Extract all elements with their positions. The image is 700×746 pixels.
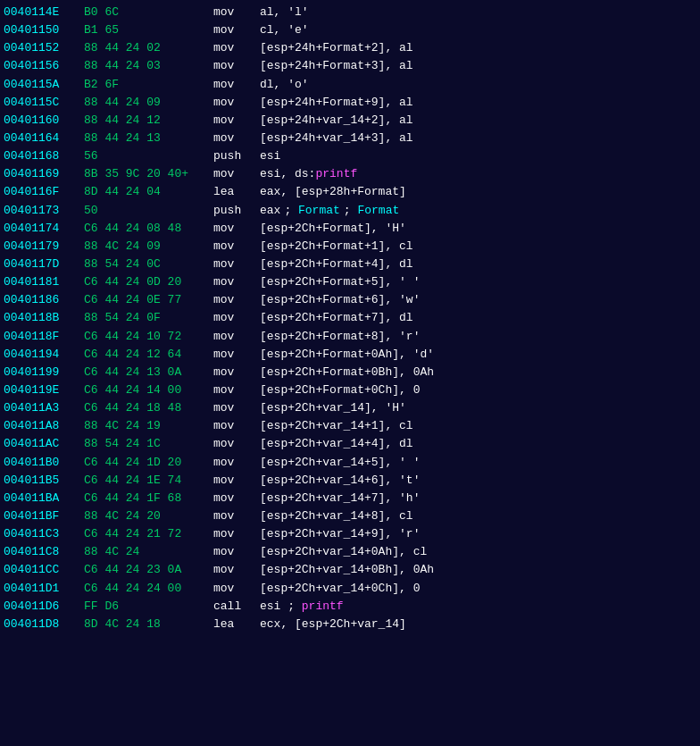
mnemonic-col: mov	[213, 39, 260, 57]
operands-col: [esp+2Ch+Format+4], dl	[260, 256, 413, 273]
table-row: 0040117350pusheax; Format ; Format	[0, 202, 700, 220]
mnemonic-col: mov	[213, 57, 260, 75]
address-col: 0040114E	[4, 4, 84, 21]
bytes-col: 88 4C 24 09	[84, 238, 213, 256]
bytes-col: 88 54 24 0F	[84, 309, 213, 327]
mnemonic-col: mov	[213, 561, 260, 579]
mnemonic-col: mov	[213, 507, 260, 525]
operands-col: [esp+2Ch+Format+0Ch], 0	[260, 381, 420, 399]
mnemonic-col: mov	[213, 112, 260, 130]
operands-col: dl, 'o'	[260, 76, 309, 94]
bytes-col: 88 44 24 02	[84, 39, 213, 57]
address-col: 004011BF	[4, 507, 84, 525]
address-col: 0040116F	[4, 183, 84, 201]
address-col: 004011A3	[4, 399, 84, 417]
table-row: 004011D1C6 44 24 24 00mov[esp+2Ch+var_14…	[0, 580, 700, 598]
bytes-col: 88 4C 24 19	[84, 417, 213, 435]
mnemonic-col: mov	[213, 417, 260, 435]
bytes-col: C6 44 24 1D 20	[84, 454, 213, 472]
operands-col: [esp+2Ch+var_14+9], 'r'	[260, 525, 420, 543]
table-row: 004011D88D 4C 24 18leaecx, [esp+2Ch+var_…	[0, 616, 700, 633]
operands-col: [esp+2Ch+Format+5], ' '	[260, 273, 420, 291]
table-row: 004011AC88 54 24 1Cmov[esp+2Ch+var_14+4]…	[0, 435, 700, 453]
address-col: 00401194	[4, 346, 84, 364]
mnemonic-col: mov	[213, 525, 260, 543]
address-col: 004011D8	[4, 616, 84, 633]
table-row: 004011A3C6 44 24 18 48mov[esp+2Ch+var_14…	[0, 399, 700, 417]
bytes-col: B1 65	[84, 21, 213, 39]
table-row: 0040114EB0 6Cmoval, 'l'	[0, 4, 700, 21]
table-row: 00401181C6 44 24 0D 20mov[esp+2Ch+Format…	[0, 273, 700, 291]
operands-col: eax	[260, 202, 280, 220]
address-col: 004011CC	[4, 561, 84, 579]
bytes-col: 8B 35 9C 20 40+	[84, 165, 213, 183]
bytes-col: 8D 4C 24 18	[84, 616, 213, 633]
operands-col: [esp+2Ch+var_14+0Ch], 0	[260, 580, 420, 598]
address-col: 004011AC	[4, 435, 84, 453]
mnemonic-col: mov	[213, 399, 260, 417]
bytes-col: B2 6F	[84, 76, 213, 94]
table-row: 004011C888 4C 24mov[esp+2Ch+var_14+0Ah],…	[0, 543, 700, 561]
comment-col: ; Format	[284, 202, 339, 220]
bytes-col: C6 44 24 1F 68	[84, 490, 213, 507]
address-col: 004011B0	[4, 454, 84, 472]
table-row: 0040116488 44 24 13mov[esp+24h+var_14+3]…	[0, 130, 700, 147]
bytes-col: C6 44 24 1E 74	[84, 472, 213, 490]
operands-col: ecx, [esp+2Ch+var_14]	[260, 616, 406, 633]
address-col: 00401173	[4, 202, 84, 220]
bytes-col: C6 44 24 14 00	[84, 381, 213, 399]
comment-col: ; Format	[344, 202, 399, 220]
operands-col: esi ; printf	[260, 598, 344, 616]
address-col: 004011B5	[4, 472, 84, 490]
bytes-col: 50	[84, 202, 213, 220]
table-row: 004011D6FF D6callesi ; printf	[0, 598, 700, 616]
table-row: 0040115288 44 24 02mov[esp+24h+Format+2]…	[0, 39, 700, 57]
operands-col: [esp+2Ch+Format+0Bh], 0Ah	[260, 364, 434, 381]
table-row: 0040119EC6 44 24 14 00mov[esp+2Ch+Format…	[0, 381, 700, 399]
table-row: 0040118FC6 44 24 10 72mov[esp+2Ch+Format…	[0, 328, 700, 346]
operands-col: [esp+2Ch+Format+8], 'r'	[260, 328, 420, 346]
table-row: 004011A888 4C 24 19mov[esp+2Ch+var_14+1]…	[0, 417, 700, 435]
bytes-col: C6 44 24 21 72	[84, 525, 213, 543]
mnemonic-col: call	[213, 598, 260, 616]
table-row: 0040118B88 54 24 0Fmov[esp+2Ch+Format+7]…	[0, 309, 700, 327]
bytes-col: 88 4C 24 20	[84, 507, 213, 525]
bytes-col: C6 44 24 18 48	[84, 399, 213, 417]
table-row: 00401186C6 44 24 0E 77mov[esp+2Ch+Format…	[0, 291, 700, 309]
mnemonic-col: mov	[213, 238, 260, 256]
bytes-col: C6 44 24 13 0A	[84, 364, 213, 381]
table-row: 00401150B1 65movcl, 'e'	[0, 21, 700, 39]
bytes-col: 88 44 24 13	[84, 130, 213, 147]
address-col: 00401164	[4, 130, 84, 147]
operands-col: [esp+2Ch+var_14+4], dl	[260, 435, 413, 453]
bytes-col: C6 44 24 08 48	[84, 220, 213, 238]
address-col: 00401156	[4, 57, 84, 75]
mnemonic-col: mov	[213, 435, 260, 453]
address-col: 0040117D	[4, 256, 84, 273]
address-col: 004011BA	[4, 490, 84, 507]
mnemonic-col: mov	[213, 381, 260, 399]
bytes-col: 88 44 24 03	[84, 57, 213, 75]
table-row: 00401194C6 44 24 12 64mov[esp+2Ch+Format…	[0, 346, 700, 364]
address-col: 0040119E	[4, 381, 84, 399]
mnemonic-col: mov	[213, 580, 260, 598]
address-col: 00401186	[4, 291, 84, 309]
table-row: 0040117988 4C 24 09mov[esp+2Ch+Format+1]…	[0, 238, 700, 256]
operands-col: al, 'l'	[260, 4, 309, 21]
bytes-col: C6 44 24 10 72	[84, 328, 213, 346]
operands-col: [esp+2Ch+Format+0Ah], 'd'	[260, 346, 434, 364]
bytes-col: B0 6C	[84, 4, 213, 21]
operands-col: [esp+2Ch+Format+6], 'w'	[260, 291, 420, 309]
table-row: 004011698B 35 9C 20 40+movesi, ds:printf	[0, 165, 700, 183]
operands-col: cl, 'e'	[260, 21, 309, 39]
bytes-col: 8D 44 24 04	[84, 183, 213, 201]
operands-col: esi	[260, 147, 280, 165]
mnemonic-col: mov	[213, 273, 260, 291]
bytes-col: 88 44 24 12	[84, 112, 213, 130]
mnemonic-col: mov	[213, 291, 260, 309]
bytes-col: C6 44 24 0D 20	[84, 273, 213, 291]
table-row: 00401199C6 44 24 13 0Amov[esp+2Ch+Format…	[0, 364, 700, 381]
mnemonic-col: mov	[213, 130, 260, 147]
operands-col: [esp+24h+Format+3], al	[260, 57, 413, 75]
table-row: 0040116856pushesi	[0, 147, 700, 165]
